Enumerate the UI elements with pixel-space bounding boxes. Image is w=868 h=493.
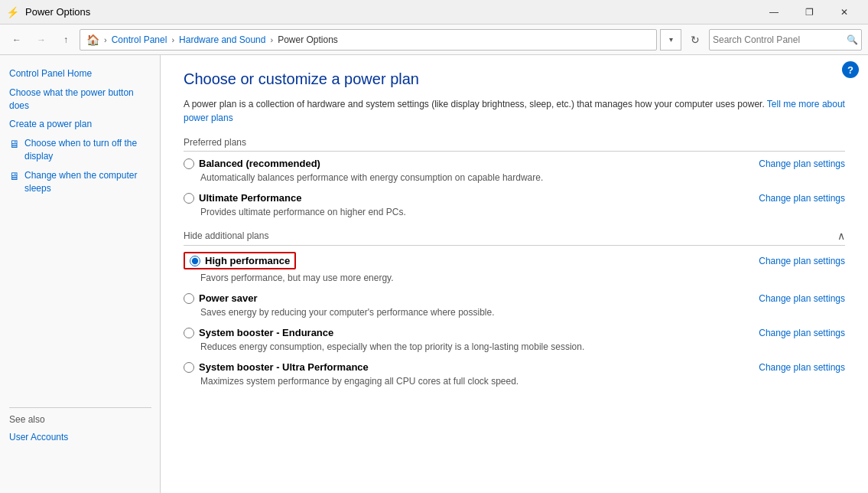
breadcrumb-bar: 🏠 › Control Panel › Hardware and Sound ›… xyxy=(80,29,657,51)
plan-label-system-booster-ultra[interactable]: System booster - Ultra Performance xyxy=(184,361,369,373)
plan-radio-power-saver[interactable] xyxy=(184,293,194,304)
plan-desc-ultimate: Provides ultimate performance on higher … xyxy=(200,207,845,217)
plan-item-balanced: Balanced (recommended) Change plan setti… xyxy=(184,158,845,183)
sidebar: Control Panel Home Choose what the power… xyxy=(0,55,161,493)
sidebar-item-user-accounts[interactable]: User Accounts xyxy=(9,428,151,447)
sidebar-item-power-button[interactable]: Choose what the power button does xyxy=(0,83,160,116)
breadcrumb-current: Power Options xyxy=(278,34,338,45)
sidebar-label: Choose when to turn off the display xyxy=(24,137,151,163)
additional-plans-header: Hide additional plans ∧ xyxy=(184,230,845,246)
content-area: Choose or customize a power plan A power… xyxy=(161,55,868,493)
title-bar-left: ⚡ Power Options xyxy=(6,6,90,18)
sidebar-item-control-panel-home[interactable]: Control Panel Home xyxy=(0,64,160,83)
change-plan-high-performance[interactable]: Change plan settings xyxy=(759,256,845,266)
help-button[interactable]: ? xyxy=(842,61,859,78)
back-button[interactable]: ← xyxy=(6,29,28,51)
change-plan-ultimate[interactable]: Change plan settings xyxy=(759,193,845,204)
plan-radio-high-performance[interactable] xyxy=(190,256,200,266)
search-box: 🔍 xyxy=(709,29,862,51)
plan-desc-high-performance: Favors performance, but may use more ene… xyxy=(200,273,845,283)
plan-label-high-performance[interactable]: High performance xyxy=(184,252,296,269)
toggle-additional-plans[interactable]: ∧ xyxy=(837,230,845,242)
monitor-icon: 🖥 xyxy=(9,137,20,152)
sidebar-label: User Accounts xyxy=(9,431,68,444)
high-performance-box: High performance xyxy=(184,252,296,269)
title-bar: ⚡ Power Options — ❐ ✕ xyxy=(0,0,868,24)
plan-desc-balanced: Automatically balances performance with … xyxy=(200,172,845,183)
plan-radio-balanced[interactable] xyxy=(184,158,194,169)
breadcrumb-icon: 🏠 xyxy=(86,34,99,46)
plan-item-ultimate: Ultimate Performance Change plan setting… xyxy=(184,192,845,217)
plan-label-power-saver[interactable]: Power saver xyxy=(184,292,258,304)
app-title: Power Options xyxy=(25,6,90,18)
plan-item-system-booster-ultra: System booster - Ultra Performance Chang… xyxy=(184,361,845,387)
plan-item-high-performance: High performance Change plan settings Fa… xyxy=(184,252,845,283)
close-button[interactable]: ✕ xyxy=(827,0,862,24)
breadcrumb-dropdown[interactable]: ▾ xyxy=(660,29,681,51)
sidebar-label: Create a power plan xyxy=(9,118,92,131)
maximize-button[interactable]: ❐ xyxy=(792,0,827,24)
page-description: A power plan is a collection of hardware… xyxy=(184,97,845,125)
change-plan-system-booster-endurance[interactable]: Change plan settings xyxy=(759,328,845,338)
sidebar-item-computer-sleeps[interactable]: 🖥 Change when the computer sleeps xyxy=(0,166,160,198)
plan-radio-system-booster-endurance[interactable] xyxy=(184,328,194,338)
plan-desc-power-saver: Saves energy by reducing your computer's… xyxy=(200,307,845,318)
sidebar-label: Choose what the power button does xyxy=(9,87,151,113)
sidebar-label: Change when the computer sleeps xyxy=(24,169,151,195)
plan-label-balanced[interactable]: Balanced (recommended) xyxy=(184,158,320,169)
forward-button[interactable]: → xyxy=(31,29,52,51)
plan-item-power-saver: Power saver Change plan settings Saves e… xyxy=(184,292,845,318)
app-icon: ⚡ xyxy=(6,6,19,18)
change-plan-power-saver[interactable]: Change plan settings xyxy=(759,293,845,304)
breadcrumb-hardware-sound[interactable]: Hardware and Sound xyxy=(179,34,265,45)
page-title: Choose or customize a power plan xyxy=(184,70,845,88)
plan-radio-system-booster-ultra[interactable] xyxy=(184,362,194,373)
moon-icon: 🖥 xyxy=(9,169,20,184)
search-input[interactable] xyxy=(713,34,844,45)
breadcrumb-control-panel[interactable]: Control Panel xyxy=(112,34,167,45)
see-also-label: See also xyxy=(9,414,151,425)
change-plan-system-booster-ultra[interactable]: Change plan settings xyxy=(759,362,845,373)
sidebar-label: Control Panel Home xyxy=(9,67,92,80)
sidebar-item-create-plan[interactable]: Create a power plan xyxy=(0,115,160,134)
address-bar: ← → ↑ 🏠 › Control Panel › Hardware and S… xyxy=(0,24,868,55)
plan-item-system-booster-endurance: System booster - Endurance Change plan s… xyxy=(184,327,845,352)
plan-label-system-booster-endurance[interactable]: System booster - Endurance xyxy=(184,327,333,338)
search-icon: 🔍 xyxy=(847,34,858,45)
plan-radio-ultimate[interactable] xyxy=(184,193,194,204)
up-button[interactable]: ↑ xyxy=(55,29,76,51)
plan-label-ultimate[interactable]: Ultimate Performance xyxy=(184,192,301,204)
main-layout: Control Panel Home Choose what the power… xyxy=(0,55,868,493)
plan-desc-system-booster-endurance: Reduces energy consumption, especially w… xyxy=(200,341,845,352)
sidebar-item-turn-off-display[interactable]: 🖥 Choose when to turn off the display xyxy=(0,134,160,166)
minimize-button[interactable]: — xyxy=(756,0,792,24)
preferred-plans-header: Preferred plans xyxy=(184,137,845,152)
plan-desc-system-booster-ultra: Maximizes system performance by engaging… xyxy=(200,376,845,387)
change-plan-balanced[interactable]: Change plan settings xyxy=(759,158,845,169)
refresh-button[interactable]: ↻ xyxy=(684,29,706,51)
title-bar-controls: — ❐ ✕ xyxy=(756,0,862,24)
